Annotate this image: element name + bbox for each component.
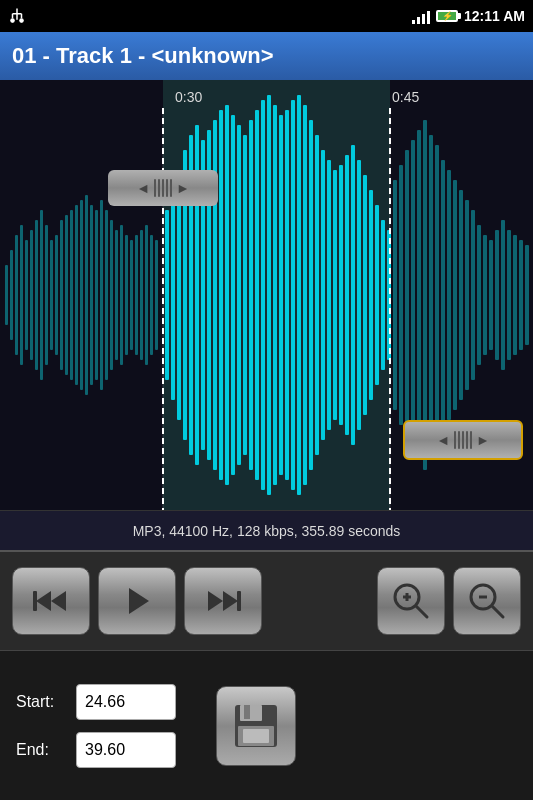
title-bar: 01 - Track 1 - <unknown>	[0, 32, 533, 80]
svg-text:0:45: 0:45	[392, 89, 419, 105]
svg-rect-93	[483, 235, 487, 355]
svg-rect-78	[393, 180, 397, 410]
handle-left-arrow2: ◄	[436, 432, 450, 448]
svg-rect-40	[165, 210, 169, 380]
controls-area	[0, 550, 533, 650]
svg-rect-26	[90, 205, 93, 385]
svg-rect-111	[237, 591, 241, 611]
svg-rect-53	[243, 135, 247, 455]
svg-rect-9	[5, 265, 8, 325]
svg-rect-107	[33, 591, 37, 611]
svg-rect-85	[435, 145, 439, 445]
svg-rect-56	[261, 100, 265, 490]
svg-point-0	[11, 19, 15, 23]
status-time: 12:11 AM	[464, 8, 525, 24]
svg-marker-108	[129, 588, 149, 614]
svg-rect-97	[507, 230, 511, 360]
svg-rect-68	[333, 170, 337, 420]
svg-rect-24	[80, 200, 83, 390]
svg-rect-86	[441, 160, 445, 430]
svg-rect-121	[244, 705, 250, 719]
fast-forward-icon	[203, 586, 243, 616]
status-right: ⚡ 12:11 AM	[412, 8, 525, 24]
waveform-area[interactable]: 0:30 0:45 ◄ ► ◄ ►	[0, 80, 533, 510]
svg-rect-13	[25, 240, 28, 350]
svg-rect-15	[35, 220, 38, 370]
svg-line-118	[492, 606, 503, 617]
end-input[interactable]	[76, 732, 176, 768]
svg-rect-14	[30, 230, 33, 360]
svg-rect-71	[351, 145, 355, 445]
end-handle[interactable]: ◄ ►	[403, 420, 523, 460]
status-bar: ⚡ 12:11 AM	[0, 0, 533, 32]
zoom-out-button[interactable]	[453, 567, 521, 635]
zoom-in-button[interactable]	[377, 567, 445, 635]
svg-rect-37	[145, 225, 148, 365]
svg-rect-30	[110, 220, 113, 370]
svg-rect-63	[303, 105, 307, 485]
svg-rect-88	[453, 180, 457, 410]
svg-rect-82	[417, 130, 421, 460]
svg-rect-25	[85, 195, 88, 395]
svg-rect-2	[16, 14, 18, 20]
bottom-area: Start: End:	[0, 650, 533, 800]
svg-rect-76	[381, 220, 385, 370]
svg-rect-79	[399, 165, 403, 425]
svg-rect-90	[465, 200, 469, 390]
svg-rect-70	[345, 155, 349, 435]
zoom-out-icon	[465, 579, 509, 623]
svg-rect-67	[327, 160, 331, 430]
svg-rect-49	[219, 110, 223, 480]
svg-rect-34	[130, 240, 133, 350]
usb-icon	[8, 7, 26, 25]
svg-marker-109	[208, 591, 223, 611]
svg-rect-59	[279, 115, 283, 475]
svg-rect-100	[525, 245, 529, 345]
svg-rect-66	[321, 150, 325, 440]
fast-forward-button[interactable]	[184, 567, 262, 635]
start-handle[interactable]: ◄ ►	[108, 170, 218, 206]
svg-rect-72	[357, 160, 361, 430]
svg-rect-92	[477, 225, 481, 365]
svg-rect-11	[15, 235, 18, 355]
svg-rect-17	[45, 225, 48, 365]
start-label: Start:	[16, 693, 66, 711]
svg-rect-84	[429, 135, 433, 455]
end-row: End:	[16, 732, 176, 768]
svg-rect-31	[115, 230, 118, 360]
svg-rect-81	[411, 140, 415, 450]
svg-rect-57	[267, 95, 271, 495]
svg-rect-91	[471, 210, 475, 380]
svg-rect-99	[519, 240, 523, 350]
svg-rect-22	[70, 210, 73, 380]
play-icon	[119, 583, 155, 619]
zoom-in-icon	[389, 579, 433, 623]
handle-right-arrow2: ►	[476, 432, 490, 448]
svg-rect-95	[495, 230, 499, 360]
svg-text:0:30: 0:30	[175, 89, 202, 105]
signal-bars-icon	[412, 8, 430, 24]
play-button[interactable]	[98, 567, 176, 635]
svg-rect-87	[447, 170, 451, 420]
svg-rect-32	[120, 225, 123, 365]
info-bar: MP3, 44100 Hz, 128 kbps, 355.89 seconds	[0, 510, 533, 550]
svg-rect-23	[75, 205, 78, 385]
svg-rect-89	[459, 190, 463, 400]
svg-rect-69	[339, 165, 343, 425]
svg-rect-98	[513, 235, 517, 355]
svg-rect-58	[273, 105, 277, 485]
battery-icon: ⚡	[436, 10, 458, 22]
svg-rect-62	[297, 95, 301, 495]
svg-rect-27	[95, 210, 98, 380]
rewind-button[interactable]	[12, 567, 90, 635]
input-fields: Start: End:	[16, 684, 176, 768]
svg-rect-36	[140, 230, 143, 360]
svg-marker-105	[36, 591, 51, 611]
rewind-icon	[31, 586, 71, 616]
svg-rect-20	[60, 220, 63, 370]
svg-rect-51	[231, 115, 235, 475]
start-input[interactable]	[76, 684, 176, 720]
svg-rect-18	[50, 240, 53, 350]
save-button[interactable]	[216, 686, 296, 766]
svg-rect-123	[243, 729, 269, 743]
